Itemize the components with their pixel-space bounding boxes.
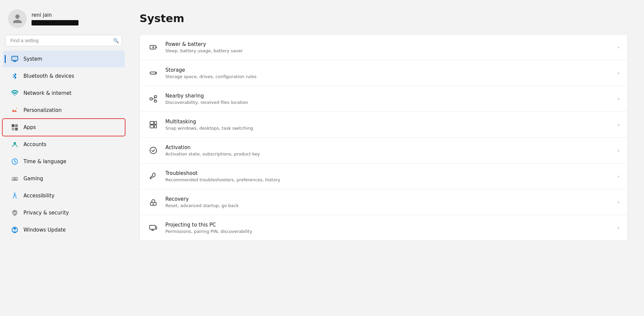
- settings-item-power-battery[interactable]: Power & battery Sleep, battery usage, ba…: [140, 35, 628, 60]
- settings-item-text-troubleshoot: Troubleshoot Recommended troubleshooters…: [165, 170, 611, 182]
- system-icon: [11, 55, 19, 63]
- svg-rect-29: [153, 203, 154, 204]
- svg-rect-22: [150, 121, 154, 124]
- storage-icon: [148, 68, 159, 78]
- sidebar-item-label-personalization: Personalization: [23, 107, 62, 113]
- chevron-right-icon: ›: [618, 148, 620, 153]
- settings-item-desc-troubleshoot: Recommended troubleshooters, preferences…: [165, 177, 611, 182]
- sidebar-item-update[interactable]: Windows Update: [3, 222, 125, 238]
- settings-item-nearby-sharing[interactable]: Nearby sharing Discoverability, received…: [140, 86, 628, 112]
- chevron-right-icon: ›: [618, 174, 620, 179]
- settings-item-desc-power: Sleep, battery usage, battery saver: [165, 48, 611, 53]
- svg-point-12: [16, 179, 17, 180]
- sidebar-item-privacy[interactable]: Privacy & security: [3, 204, 125, 221]
- settings-item-text-recovery: Recovery Reset, advanced startup, go bac…: [165, 196, 611, 208]
- sidebar-item-network[interactable]: Network & internet: [3, 85, 125, 102]
- settings-item-recovery[interactable]: Recovery Reset, advanced startup, go bac…: [140, 189, 628, 215]
- settings-item-desc-recovery: Reset, advanced startup, go back: [165, 203, 611, 208]
- svg-rect-2: [13, 61, 17, 62]
- chevron-right-icon: ›: [618, 122, 620, 127]
- sidebar-item-bluetooth[interactable]: Bluetooth & devices: [3, 68, 125, 84]
- svg-rect-24: [150, 125, 154, 128]
- settings-item-text-storage: Storage Storage space, drives, configura…: [165, 67, 611, 79]
- settings-item-title-activation: Activation: [165, 144, 611, 150]
- profile-email-redacted: [32, 20, 78, 25]
- network-icon: [11, 89, 19, 97]
- projecting-icon: [148, 223, 159, 233]
- sidebar-item-personalization[interactable]: Personalization: [3, 102, 125, 119]
- settings-item-text-activation: Activation Activation state, subscriptio…: [165, 144, 611, 156]
- sidebar-item-gaming[interactable]: Gaming: [3, 170, 125, 187]
- update-icon: [11, 226, 19, 234]
- sidebar-item-label-apps: Apps: [23, 124, 36, 130]
- svg-rect-20: [150, 98, 152, 100]
- svg-rect-23: [154, 121, 157, 124]
- chevron-right-icon: ›: [618, 96, 620, 102]
- settings-item-desc-storage: Storage space, drives, configuration rul…: [165, 74, 611, 79]
- sidebar-item-label-privacy: Privacy & security: [23, 210, 69, 216]
- sidebar-item-label-network: Network & internet: [23, 90, 71, 96]
- settings-item-title-power: Power & battery: [165, 41, 611, 47]
- profile-name: reni jain: [32, 12, 78, 18]
- avatar: [8, 9, 27, 28]
- svg-rect-0: [12, 56, 18, 61]
- sidebar-item-label-bluetooth: Bluetooth & devices: [23, 73, 74, 79]
- settings-item-multitasking[interactable]: Multitasking Snap windows, desktops, tas…: [140, 112, 628, 138]
- search-input[interactable]: [5, 35, 122, 46]
- troubleshoot-icon: [148, 171, 159, 182]
- settings-item-title-projecting: Projecting to this PC: [165, 222, 611, 228]
- accounts-icon: [11, 140, 19, 148]
- svg-point-18: [155, 72, 156, 73]
- settings-list: Power & battery Sleep, battery usage, ba…: [140, 34, 628, 241]
- settings-item-desc-multitasking: Snap windows, desktops, task switching: [165, 126, 611, 131]
- settings-item-text-nearby: Nearby sharing Discoverability, received…: [165, 93, 611, 105]
- main-content: System Power & battery Sleep, battery us…: [127, 0, 644, 316]
- settings-item-activation[interactable]: Activation Activation state, subscriptio…: [140, 138, 628, 164]
- nearby-sharing-icon: [148, 93, 159, 104]
- sidebar-item-time[interactable]: Time & language: [3, 153, 125, 170]
- chevron-right-icon: ›: [618, 70, 620, 76]
- settings-item-text-power: Power & battery Sleep, battery usage, ba…: [165, 41, 611, 53]
- sidebar-item-accessibility[interactable]: Accessibility: [3, 187, 125, 204]
- sidebar-item-label-update: Windows Update: [23, 227, 66, 233]
- multitasking-icon: [148, 119, 159, 130]
- power-battery-icon: [148, 42, 159, 53]
- sidebar-item-apps[interactable]: Apps: [3, 119, 125, 136]
- recovery-icon: [148, 197, 159, 207]
- svg-point-13: [14, 193, 15, 194]
- sidebar-item-accounts[interactable]: Accounts: [3, 136, 125, 153]
- svg-point-27: [151, 178, 151, 179]
- svg-rect-25: [154, 125, 157, 128]
- svg-point-8: [13, 142, 16, 144]
- sidebar-item-label-gaming: Gaming: [23, 176, 43, 182]
- settings-item-title-recovery: Recovery: [165, 196, 611, 202]
- sidebar: reni jain 🔍 System: [0, 0, 127, 316]
- search-box: 🔍: [5, 35, 122, 46]
- personalization-icon: [11, 106, 19, 114]
- sidebar-item-label-accounts: Accounts: [23, 141, 46, 147]
- settings-item-projecting[interactable]: Projecting to this PC Permissions, pairi…: [140, 215, 628, 241]
- privacy-icon: [11, 209, 19, 217]
- sidebar-nav: System Bluetooth & devices Network &: [0, 50, 127, 239]
- sidebar-item-label-system: System: [23, 56, 42, 62]
- apps-icon: [11, 123, 19, 131]
- sidebar-item-label-time: Time & language: [23, 159, 66, 165]
- sidebar-item-label-accessibility: Accessibility: [23, 193, 54, 199]
- svg-point-26: [150, 147, 157, 154]
- svg-rect-30: [150, 225, 155, 229]
- settings-item-text-projecting: Projecting to this PC Permissions, pairi…: [165, 222, 611, 234]
- settings-item-storage[interactable]: Storage Storage space, drives, configura…: [140, 60, 628, 86]
- chevron-right-icon: ›: [618, 225, 620, 231]
- svg-rect-7: [15, 128, 18, 130]
- svg-point-3: [14, 95, 15, 96]
- svg-rect-16: [156, 47, 157, 48]
- profile-info: reni jain: [32, 12, 78, 25]
- svg-rect-5: [15, 124, 18, 127]
- bluetooth-icon: [11, 72, 19, 80]
- sidebar-item-system[interactable]: System: [3, 51, 125, 67]
- activation-icon: [148, 145, 159, 156]
- settings-item-desc-activation: Activation state, subscriptions, product…: [165, 151, 611, 156]
- time-icon: [11, 157, 19, 166]
- settings-item-troubleshoot[interactable]: Troubleshoot Recommended troubleshooters…: [140, 164, 628, 189]
- svg-rect-4: [12, 124, 14, 127]
